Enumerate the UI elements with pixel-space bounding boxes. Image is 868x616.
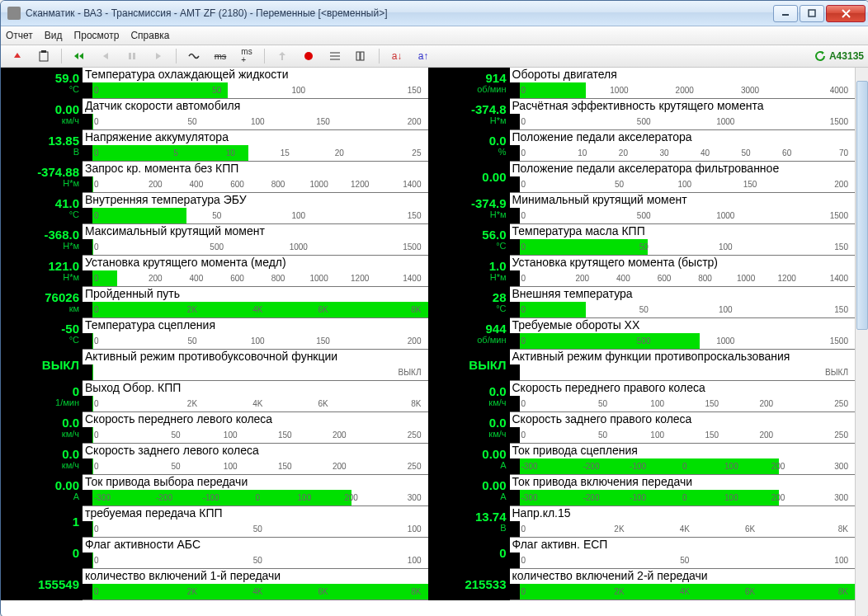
param-cell[interactable]: 13.74 В Напр.кл.15 02K4K6K8K <box>428 506 856 538</box>
tick-label: 200 <box>312 430 366 440</box>
value-box: 0.0 км/ч <box>428 381 510 412</box>
close-button[interactable] <box>826 5 866 22</box>
tick-row: 0510152025 <box>83 145 428 161</box>
minimize-button[interactable] <box>773 5 798 22</box>
param-cell[interactable]: ВЫКЛ Активный режим функции противопроск… <box>428 350 856 381</box>
ms-plus-button[interactable]: ms+ <box>235 47 258 65</box>
param-cell[interactable]: -374.9 Н*м Минимальный крутящий момент 0… <box>428 193 856 224</box>
tick-label: 0 <box>521 305 603 314</box>
param-cell[interactable]: 13.85 В Напряжение аккумулятора 05101520… <box>1 130 428 162</box>
param-cell[interactable]: -50 °C Температура сцепления 05010015020… <box>1 318 428 350</box>
sort-asc-button[interactable]: a↓ <box>385 47 408 65</box>
param-cell[interactable]: -374.8 Н*м Расчётная эффективность крутя… <box>428 99 856 130</box>
tick-label: 50 <box>203 556 312 565</box>
menu-browse[interactable]: Просмотр <box>74 30 120 41</box>
param-value: 0.00 <box>428 448 507 461</box>
vertical-scrollbar[interactable] <box>855 68 868 616</box>
tick-row: 02K4K6K8K <box>83 584 428 600</box>
param-cell[interactable]: 0.0 км/ч Скорость заднего левого колеса … <box>1 444 428 475</box>
param-cell[interactable]: 0.00 км/ч Датчик скорости автомобиля 050… <box>1 99 428 130</box>
param-cell[interactable]: 28 °C Внешняя температура 050100150 <box>428 287 856 318</box>
tick-label: 50 <box>725 148 767 158</box>
param-cell[interactable]: 0.0 км/ч Скорость заднего правого колеса… <box>428 412 856 444</box>
param-cell[interactable]: 0.00 А Ток привода включения передачи -3… <box>428 475 856 506</box>
param-cell[interactable]: 121.0 Н*м Установка крутящего момента (м… <box>1 256 428 287</box>
scrollbar-thumb[interactable] <box>856 81 868 330</box>
pause-icon[interactable] <box>120 47 144 65</box>
param-cell[interactable]: 0.0 % Положение педали акселератора 0102… <box>428 130 856 162</box>
tick-row: 050100150 <box>83 82 428 98</box>
meter-bar: 02K4K6K8K <box>83 302 428 317</box>
menu-view[interactable]: Вид <box>45 30 63 41</box>
tick-label: 1500 <box>339 242 421 252</box>
prev-fast-icon[interactable] <box>68 47 91 65</box>
tick-label: 200 <box>783 180 848 189</box>
record-icon[interactable] <box>297 47 320 65</box>
param-cell[interactable]: 944 об/мин Требуемые обороты ХХ 05001000… <box>428 318 856 350</box>
tick-label: 300 <box>375 493 422 502</box>
maximize-button[interactable] <box>800 5 824 22</box>
tick-label: 0 <box>521 274 563 283</box>
param-cell[interactable]: 0.00 А Ток привода выбора передачи -300-… <box>1 475 428 506</box>
param-meter: Температура сцепления 050100150200 <box>83 318 428 350</box>
param-value: -374.8 <box>428 103 507 116</box>
param-cell[interactable]: 215533 количество включений 2-й передачи… <box>428 569 856 600</box>
param-cell[interactable]: 41.0 °C Внутренняя температура ЭБУ 05010… <box>1 193 428 224</box>
columns-icon[interactable] <box>350 47 373 65</box>
param-cell[interactable]: 1 требуемая передача КПП 050100 <box>1 506 428 538</box>
param-cell[interactable]: ВЫКЛ Активный режим противобуксовочной ф… <box>1 350 428 381</box>
param-value: 155549 <box>1 578 79 591</box>
tick-label: 100 <box>652 180 717 189</box>
param-unit: Н*м <box>428 273 507 283</box>
param-cell[interactable]: 0 Флаг активн. ЕСП 050100 <box>428 538 856 569</box>
param-cell[interactable]: 1.0 Н*м Установка крутящего момента (быс… <box>428 256 856 287</box>
up-arrow-icon[interactable] <box>6 47 29 65</box>
tick-label: 100 <box>281 493 328 502</box>
param-cell[interactable]: 155549 количество включений 1-й передачи… <box>1 569 428 600</box>
param-cell[interactable]: 59.0 °C Температура охлаждающей жидкости… <box>1 68 428 99</box>
param-cell[interactable]: 56.0 °C Температура масла КПП 050100150 <box>428 224 856 256</box>
param-cell[interactable]: 0.00 Положение педали акселератора фильт… <box>428 162 856 193</box>
svg-rect-7 <box>133 53 135 59</box>
tick-label: 8K <box>356 399 421 408</box>
tick-label: 2K <box>159 305 224 314</box>
param-cell[interactable]: 0.0 км/ч Скорость переднего правого коле… <box>428 381 856 412</box>
param-meter: Положение педали акселератора 0102030405… <box>510 130 856 162</box>
tick-label: 150 <box>290 336 356 346</box>
param-cell[interactable]: 0 Флаг активности АБС 050100 <box>1 538 428 569</box>
param-cell[interactable]: 0 1/мин Выход Обор. КПП 02K4K6K8K <box>1 381 428 412</box>
titlebar[interactable]: Сканматик - ВАЗ - Трансмиссия - АМТ ZF (… <box>1 1 868 26</box>
param-cell[interactable]: 76026 км Пройденный путь 02K4K6K8K <box>1 287 428 318</box>
param-value: ВЫКЛ <box>1 359 79 372</box>
wave-icon[interactable] <box>182 47 205 65</box>
clipboard-icon[interactable] <box>32 47 55 65</box>
param-cell[interactable]: -368.0 Н*м Максимальный крутящий момент … <box>1 224 428 256</box>
tick-label: 1400 <box>807 274 848 283</box>
pin-icon[interactable] <box>271 47 294 65</box>
param-meter: Ток привода сцепления -300-200-100010020… <box>510 444 856 475</box>
tick-label: 20 <box>603 148 644 158</box>
param-unit: км <box>1 304 79 314</box>
sort-desc-button[interactable]: a↑ <box>412 47 435 65</box>
menu-help[interactable]: Справка <box>130 30 169 41</box>
meter-bar: 050100 <box>83 553 428 568</box>
param-cell[interactable]: 914 об/мин Обороты двигателя 01000200030… <box>428 68 856 99</box>
param-cell[interactable]: 0.00 А Ток привода сцепления -300-200-10… <box>428 444 856 475</box>
tick-label: 150 <box>339 211 421 220</box>
param-cell[interactable]: 0.0 км/ч Скорость переднего левого колес… <box>1 412 428 444</box>
param-label: Внешняя температура <box>510 287 856 302</box>
param-label: Установка крутящего момента (быстр) <box>510 256 856 270</box>
tick-label: 2K <box>159 399 224 408</box>
param-meter: Установка крутящего момента (быстр) 0200… <box>510 256 856 287</box>
tick-label: -200 <box>141 493 188 502</box>
next-icon[interactable] <box>147 47 170 65</box>
param-cell[interactable]: -374.88 Н*м Запрос кр. момента без КПП 0… <box>1 162 428 193</box>
prev-icon[interactable] <box>94 47 117 65</box>
list-icon[interactable] <box>323 47 347 65</box>
menu-report[interactable]: Отчет <box>6 30 33 41</box>
tick-label: 400 <box>176 180 217 189</box>
tick-label: 8K <box>783 524 848 534</box>
param-meter: Флаг активности АБС 050100 <box>83 538 428 569</box>
ms-strike-button[interactable]: ms <box>209 47 232 65</box>
tick-label: 100 <box>685 305 767 314</box>
